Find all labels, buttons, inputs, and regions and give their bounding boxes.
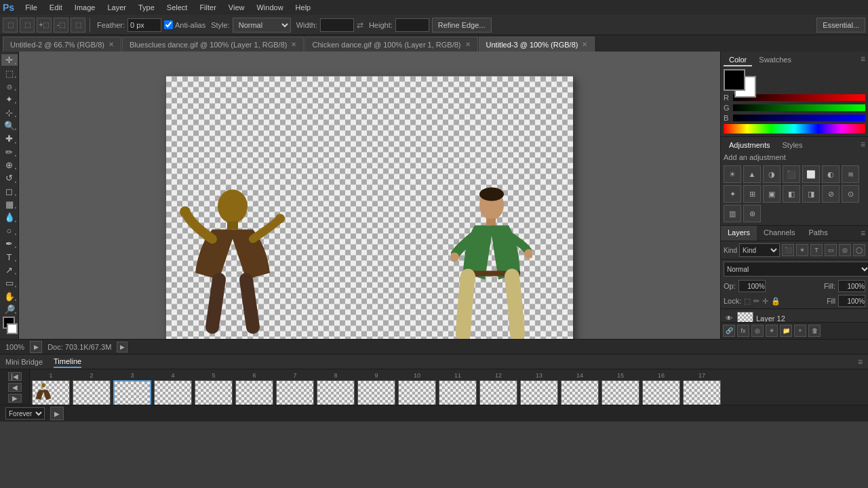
visibility-12[interactable]: 👁 (724, 313, 734, 323)
marquee-tool-btn[interactable]: ⬚ (3, 18, 18, 33)
feather-input[interactable] (127, 18, 161, 32)
filter-shape-btn[interactable]: ▭ (825, 244, 837, 256)
anti-alias-checkbox[interactable] (164, 20, 173, 29)
swap-dimensions-btn[interactable]: ⇄ (357, 20, 363, 30)
filter-smart-btn[interactable]: ◎ (839, 244, 851, 256)
frame-4[interactable]: 40.13▼ (153, 372, 193, 405)
layers-tab[interactable]: Layers (721, 226, 757, 241)
menu-type[interactable]: Type (133, 2, 160, 13)
play-btn[interactable]: ▶ (8, 394, 22, 403)
timeline-tab[interactable]: Timeline (54, 356, 81, 368)
adj-gradientmap[interactable]: ▥ (724, 205, 741, 222)
crop-tool[interactable]: ⊹▸ (1, 106, 18, 118)
paths-tab[interactable]: Paths (802, 226, 835, 241)
clone-tool[interactable]: ⊕▸ (1, 159, 18, 171)
healing-tool[interactable]: ✚▸ (1, 133, 18, 144)
frame-3[interactable]: 3 0.13 ▼ (113, 372, 152, 405)
lock-position-btn[interactable]: ✛ (762, 297, 768, 306)
hand-tool[interactable]: ✋▸ (1, 290, 18, 302)
height-input[interactable] (395, 18, 429, 32)
adjustments-tab[interactable]: Adjustments (724, 140, 776, 150)
adj-vibrance[interactable]: ⬜ (802, 165, 820, 183)
adj-selectivecolor[interactable]: ⊛ (743, 205, 761, 222)
adj-curves[interactable]: ◑ (763, 165, 781, 183)
doc-tab-4[interactable]: Untitled-3 @ 100% (RGB/8) ✕ (479, 37, 595, 52)
frame-2[interactable]: 2 0.13 ▼ (72, 372, 111, 405)
first-frame-btn[interactable]: |◀ (8, 372, 22, 381)
doc-tab-1[interactable]: Untitled-2 @ 66.7% (RGB/8) ✕ (3, 37, 121, 52)
styles-tab[interactable]: Styles (777, 140, 808, 150)
color-spectrum[interactable] (724, 124, 865, 134)
adj-posterize[interactable]: ⊘ (822, 185, 840, 203)
menu-view[interactable]: View (223, 2, 250, 13)
blend-mode-select[interactable]: Normal Dissolve Multiply (724, 262, 868, 277)
frame-11[interactable]: 110.13▼ (438, 372, 477, 405)
path-select-tool[interactable]: ↗▸ (1, 264, 18, 276)
mini-bridge-tab[interactable]: Mini Bridge (5, 357, 43, 367)
filter-adj-btn[interactable]: ☀ (796, 244, 808, 256)
layer-mask-btn[interactable]: ◎ (751, 325, 764, 337)
canvas-area[interactable] (19, 52, 720, 339)
adj-colorbalance[interactable]: ≋ (842, 165, 859, 183)
layer-adjustment-btn[interactable]: ☀ (766, 325, 778, 337)
width-input[interactable] (320, 18, 354, 32)
adj-threshold[interactable]: ⊙ (842, 185, 859, 203)
pen-tool[interactable]: ✒▸ (1, 238, 18, 249)
history-brush-tool[interactable]: ↺▸ (1, 172, 18, 184)
lock-transparent-btn[interactable]: ⬚ (744, 297, 751, 306)
adj-brightness[interactable]: ☀ (724, 165, 741, 183)
fill-display-input[interactable] (838, 295, 865, 307)
layers-panel-menu[interactable]: ≡ (858, 226, 868, 241)
green-slider[interactable] (733, 104, 865, 111)
layer-new-btn[interactable]: + (794, 325, 806, 337)
frame-5[interactable]: 50.13▼ (194, 372, 233, 405)
layer-group-btn[interactable]: 📁 (780, 325, 792, 337)
frame-17[interactable]: 170.13▼ (682, 372, 722, 405)
adj-levels[interactable]: ▲ (743, 165, 761, 183)
frame-16[interactable]: 160.13▼ (642, 372, 681, 405)
lasso-options-btn[interactable]: ⬚ (20, 18, 35, 33)
frame-15[interactable]: 150.13▼ (601, 372, 640, 405)
frame-7[interactable]: 70.13▼ (275, 372, 315, 405)
frame-6[interactable]: 60.13▼ (235, 372, 274, 405)
frame-10[interactable]: 100.13▼ (397, 372, 437, 405)
gradient-tool[interactable]: ▦▸ (1, 199, 18, 210)
frame-9[interactable]: 90.13▼ (357, 372, 396, 405)
adj-exposure[interactable]: ⬛ (783, 165, 800, 183)
layer-link-btn[interactable]: 🔗 (723, 325, 735, 337)
close-tab-1[interactable]: ✕ (108, 41, 114, 48)
doc-tab-3[interactable]: Chicken dance.gif @ 100% (Layer 1, RGB/8… (304, 37, 477, 52)
foreground-swatch[interactable] (724, 69, 745, 91)
loop-select[interactable]: Forever Once 3 Times (5, 407, 45, 420)
adj-photofilter[interactable]: ⊞ (743, 185, 761, 203)
refine-edge-button[interactable]: Refine Edge... (432, 18, 492, 33)
essential-button[interactable]: Essential... (816, 18, 865, 33)
background-color[interactable] (7, 323, 18, 334)
layer-item-12[interactable]: 👁 Layer 12 (721, 309, 868, 322)
menu-file[interactable]: File (20, 2, 43, 13)
intersect-selection-btn[interactable]: ⬚ (71, 18, 85, 33)
play-bottom-btn[interactable]: ▶ (50, 407, 64, 420)
adj-bw[interactable]: ✦ (724, 185, 741, 203)
menu-window[interactable]: Window (251, 2, 288, 13)
dodge-tool[interactable]: ○▸ (1, 225, 18, 237)
menu-layer[interactable]: Layer (102, 2, 132, 13)
menu-edit[interactable]: Edit (44, 2, 68, 13)
doc-info-btn[interactable]: ▶ (117, 342, 127, 352)
brush-tool[interactable]: ✏▸ (1, 146, 18, 158)
marquee-tool[interactable]: ⬚▸ (1, 67, 18, 79)
menu-filter[interactable]: Filter (194, 2, 221, 13)
color-tab[interactable]: Color (724, 54, 752, 66)
color-panel-menu[interactable]: ≡ (861, 54, 865, 66)
layers-kind-select[interactable]: Kind (739, 243, 780, 257)
adj-colorlookup[interactable]: ◧ (783, 185, 800, 203)
zoom-options-btn[interactable]: ▶ (30, 341, 42, 353)
frame-8[interactable]: 80.13▼ (316, 372, 355, 405)
add-selection-btn[interactable]: +⬚ (37, 18, 52, 33)
type-tool[interactable]: T▸ (1, 251, 18, 262)
menu-help[interactable]: Help (290, 2, 317, 13)
menu-select[interactable]: Select (161, 2, 193, 13)
shape-tool[interactable]: ▭▸ (1, 277, 18, 289)
doc-tab-2[interactable]: Bluesclues dance.gif @ 100% (Layer 1, RG… (122, 37, 304, 52)
close-tab-3[interactable]: ✕ (465, 41, 471, 48)
